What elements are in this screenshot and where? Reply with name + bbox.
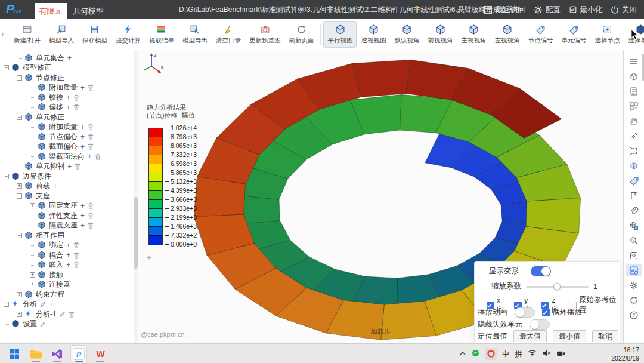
expand-box-icon[interactable]: + — [17, 312, 22, 317]
add-icon[interactable]: + — [80, 202, 85, 210]
grid-query-icon[interactable]: ? — [626, 100, 642, 112]
tab-geometry[interactable]: 几何模型 — [67, 3, 110, 19]
add-icon[interactable]: + — [80, 143, 85, 151]
delete-icon[interactable] — [73, 252, 79, 259]
add-icon[interactable]: + — [66, 261, 70, 269]
scale-factor-slider[interactable] — [526, 282, 589, 291]
pencil-icon[interactable] — [626, 130, 642, 142]
delete-icon[interactable] — [95, 153, 101, 160]
delete-icon[interactable] — [73, 262, 79, 268]
right-toolbar-scroll-thumb[interactable] — [642, 54, 644, 81]
toolbar-button-app-window[interactable]: 新建/打开 — [10, 21, 45, 48]
tree-item-相互作用[interactable]: −相互作用 — [0, 230, 138, 241]
min-value-button[interactable]: 最小值 — [553, 330, 586, 342]
taskbar-clock[interactable]: 16:17 2022/8/19 — [611, 346, 639, 362]
cancel-button[interactable]: 取消 — [592, 330, 618, 342]
play-animation-toggle[interactable] — [515, 307, 535, 318]
hand-icon[interactable] — [626, 115, 642, 127]
titlebar-action-minimize[interactable]: 最小化 — [569, 5, 603, 15]
add-icon[interactable]: + — [88, 152, 92, 161]
taskbar-app-pcae[interactable]: P — [70, 345, 87, 362]
tree-item-耦合[interactable]: 耦合+ — [0, 250, 138, 260]
refresh-circle-icon[interactable] — [626, 294, 642, 306]
flag-icon[interactable] — [626, 189, 642, 202]
tree-item-单元集合[interactable]: 单元集合+ — [0, 53, 138, 63]
tree-item-连接器[interactable]: +连接器 — [0, 280, 138, 290]
delete-icon[interactable] — [73, 94, 79, 101]
tree-item-节点偏心[interactable]: 节点偏心+ — [0, 132, 138, 142]
delete-icon[interactable] — [88, 124, 94, 130]
delete-icon[interactable] — [75, 163, 80, 170]
toolbar-button-model-export[interactable]: 模型导出 — [178, 21, 212, 48]
tree-item-截面偏心[interactable]: 截面偏心+ — [0, 142, 138, 152]
tree-item-支座[interactable]: −支座 — [0, 191, 138, 201]
add-icon[interactable]: + — [80, 222, 85, 230]
help-icon[interactable]: ? — [626, 309, 642, 321]
toolbar-button-broom[interactable]: 清空目录 — [212, 21, 245, 48]
tree-item-接触[interactable]: +接触 — [0, 270, 138, 280]
menu-icon[interactable] — [626, 55, 642, 67]
expand-box-icon[interactable]: + — [30, 282, 35, 287]
tree-item-分析-1[interactable]: +分析-1 — [0, 309, 138, 319]
toolbar-button-cube[interactable]: 默认视角 — [390, 21, 423, 48]
collapse-box-icon[interactable]: − — [17, 233, 22, 238]
expand-box-icon[interactable]: + — [30, 272, 35, 278]
titlebar-action-grid[interactable]: 最近访问 — [484, 5, 525, 15]
delete-icon[interactable] — [88, 84, 94, 91]
tree-item-边界条件[interactable]: −边界条件 — [0, 171, 138, 182]
edit-icon[interactable] — [40, 321, 46, 327]
add-icon[interactable]: + — [49, 300, 53, 309]
titlebar-action-gear[interactable]: 配置 — [534, 5, 561, 15]
green-status-icon[interactable] — [472, 349, 479, 359]
add-icon[interactable]: + — [66, 103, 70, 112]
delete-icon[interactable] — [88, 143, 94, 150]
add-icon[interactable]: + — [66, 251, 70, 259]
add-icon[interactable]: + — [67, 54, 72, 62]
paperclip-icon[interactable] — [626, 204, 642, 217]
toolbar-button-cube[interactable]: 主视视角 — [457, 21, 490, 48]
search-query-icon[interactable]: ? — [626, 234, 642, 247]
doc-edit-icon[interactable] — [626, 85, 642, 97]
cube-arrow-icon[interactable] — [626, 159, 642, 172]
toolbar-button-tag[interactable]: 单元编号 — [557, 21, 590, 48]
add-icon[interactable]: + — [80, 211, 85, 220]
tree-item-模型修正[interactable]: −模型修正 — [0, 63, 138, 73]
collapse-box-icon[interactable]: − — [17, 193, 22, 199]
tree-item-嵌入[interactable]: 嵌入+ — [0, 260, 138, 270]
titlebar-action-power[interactable]: 关闭 — [611, 5, 637, 15]
tree-item-梁截面法向[interactable]: 梁截面法向+ — [0, 152, 138, 162]
tree-item-隔震支座[interactable]: 隔震支座+ — [0, 221, 138, 231]
tag-icon[interactable] — [626, 174, 642, 187]
expand-box-icon[interactable]: + — [30, 203, 35, 208]
taskbar-app-file-explorer[interactable] — [27, 345, 44, 362]
edit-icon[interactable] — [40, 302, 46, 307]
tree-item-附加质量[interactable]: 附加质量+ — [0, 122, 138, 133]
ime-lang-icon[interactable]: 中 — [502, 348, 510, 359]
viewport-3d[interactable]: z X 静力分析结果 (节点)位移--幅值 1.026e+48.798e+38.… — [138, 50, 623, 343]
tab-fea[interactable]: 有限元 — [35, 3, 67, 19]
delete-icon[interactable] — [73, 104, 79, 110]
gear-icon[interactable] — [626, 279, 642, 291]
globe-cube-icon[interactable] — [626, 219, 642, 232]
delete-icon[interactable] — [88, 134, 94, 140]
add-icon[interactable]: + — [80, 133, 85, 141]
wifi-icon[interactable] — [528, 349, 537, 359]
tree-scrollbar[interactable] — [134, 50, 138, 343]
toolbar-button-save[interactable]: 保存模型 — [78, 21, 112, 48]
volume-muted-icon[interactable] — [542, 349, 551, 359]
add-icon[interactable]: + — [66, 93, 70, 101]
add-icon[interactable]: + — [80, 123, 85, 131]
toolbar-button-tag[interactable]: 节点编号 — [524, 21, 557, 48]
tree-item-节点修正[interactable]: −节点修正 — [0, 73, 138, 83]
tree-item-铰接[interactable]: 铰接+ — [0, 93, 138, 103]
toolbar-button-rainbow[interactable]: 提取结果 — [145, 21, 178, 48]
delete-icon[interactable] — [88, 222, 94, 229]
tree-item-固定支座[interactable]: +固定支座+ — [0, 201, 138, 211]
loop-play-checkbox[interactable]: 循环播放 — [542, 307, 582, 318]
toolbar-button-camera[interactable]: 更新预览图 — [245, 21, 285, 48]
tree-item-单元修正[interactable]: −单元修正 — [0, 112, 138, 122]
cube-outline-icon[interactable] — [626, 70, 642, 82]
collapse-box-icon[interactable]: − — [4, 302, 9, 307]
toolbar-button-bolt[interactable]: 提交计算 — [112, 21, 145, 48]
show-deform-toggle[interactable] — [531, 266, 551, 276]
